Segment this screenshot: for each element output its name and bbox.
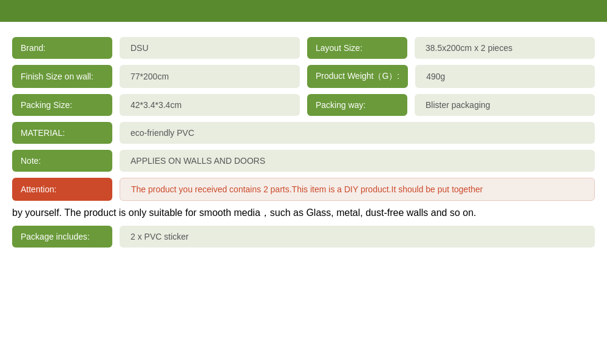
value-cell: 38.5x200cm x 2 pieces	[415, 37, 595, 59]
attention-label: Attention:	[12, 178, 112, 201]
content-area: Brand:DSULayout Size:38.5x200cm x 2 piec…	[0, 22, 607, 257]
table-row: Package includes:2 x PVC sticker	[12, 226, 595, 248]
value-cell: 42*3.4*3.4cm	[120, 94, 300, 116]
continuation-value: by yourself. The product is only suitabl…	[12, 207, 595, 220]
label-cell: Packing Size:	[12, 94, 112, 116]
right-pair: Product Weight（G）:490g	[307, 65, 595, 88]
attention-value: The product you received contains 2 part…	[120, 178, 595, 201]
label-cell: Package includes:	[12, 226, 112, 248]
right-pair: Layout Size:38.5x200cm x 2 pieces	[307, 37, 595, 59]
right-pair: Packing way:Blister packaging	[307, 94, 595, 116]
table-row: MATERIAL:eco-friendly PVC	[12, 122, 595, 144]
left-pair: Packing Size:42*3.4*3.4cm	[12, 94, 300, 116]
value-cell: 2 x PVC sticker	[120, 226, 595, 248]
value-cell: 77*200cm	[120, 65, 300, 88]
label-cell: Packing way:	[307, 94, 407, 116]
value-cell: Blister packaging	[415, 94, 595, 116]
label-cell: Note:	[12, 150, 112, 172]
page-header	[0, 0, 607, 22]
label-cell: Product Weight（G）:	[307, 65, 408, 88]
value-cell: DSU	[120, 37, 300, 59]
label-cell: Brand:	[12, 37, 112, 59]
continuation-row: by yourself. The product is only suitabl…	[12, 207, 595, 220]
left-pair: Brand:DSU	[12, 37, 300, 59]
left-pair: Finish Size on wall:77*200cm	[12, 65, 300, 88]
table-row: Brand:DSULayout Size:38.5x200cm x 2 piec…	[12, 37, 595, 59]
label-cell: MATERIAL:	[12, 122, 112, 144]
table-row: Note:APPLIES ON WALLS AND DOORS	[12, 150, 595, 172]
table-row: Packing Size:42*3.4*3.4cmPacking way:Bli…	[12, 94, 595, 116]
attention-row: Attention:The product you received conta…	[12, 178, 595, 201]
label-cell: Finish Size on wall:	[12, 65, 112, 88]
label-cell: Layout Size:	[307, 37, 407, 59]
value-cell: eco-friendly PVC	[120, 122, 595, 144]
table-row: Finish Size on wall:77*200cmProduct Weig…	[12, 65, 595, 88]
value-cell: 490g	[415, 65, 595, 88]
value-cell: APPLIES ON WALLS AND DOORS	[120, 150, 595, 172]
